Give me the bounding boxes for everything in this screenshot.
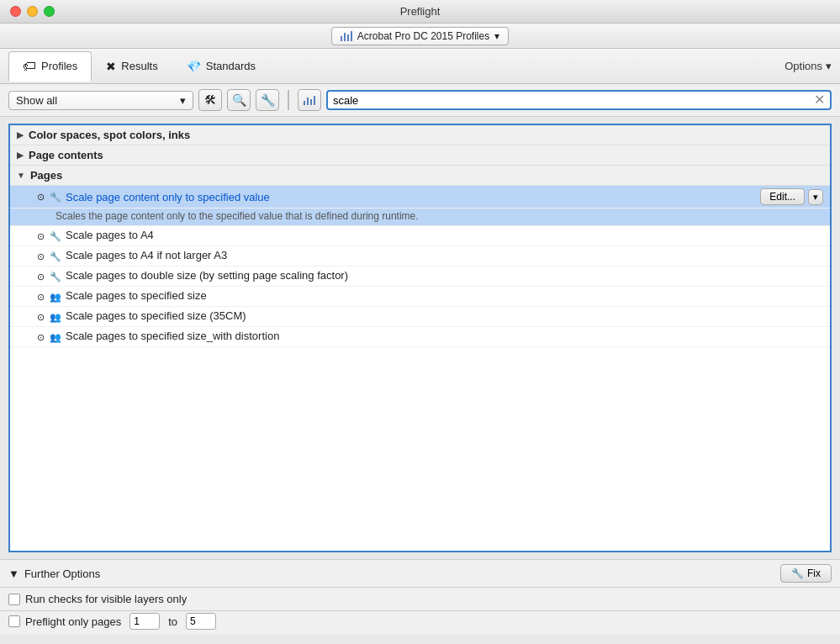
group-page-contents[interactable]: ▶ Page contents: [10, 145, 830, 166]
list-item-2[interactable]: ⊙ 🔧 Scale pages to A4: [10, 226, 830, 246]
options-arrow-icon: ▾: [826, 60, 832, 72]
people-icon-2: 👥: [49, 310, 62, 324]
item-icons-1: ⊙ 🔧: [34, 191, 62, 204]
fix-label: Fix: [807, 567, 821, 579]
wrench-icon: 🔧: [261, 93, 275, 107]
item-icons-7: ⊙ 👥: [34, 330, 62, 344]
tab-standards[interactable]: 💎 Standards: [172, 51, 270, 82]
item-icons-4: ⊙ 🔧: [34, 270, 62, 283]
tab-results[interactable]: ✖ Results: [92, 51, 172, 82]
clear-search-button[interactable]: ✕: [814, 93, 825, 107]
edit-row: Edit... ▾: [760, 188, 823, 205]
further-options-bar: ▼ Further Options 🔧 Fix: [0, 559, 840, 587]
edit-dropdown-button[interactable]: ▾: [808, 189, 823, 205]
filter-dropdown[interactable]: Show all ▾: [8, 91, 193, 110]
tool-button-2[interactable]: 🔍: [227, 89, 251, 111]
item-icons-2: ⊙ 🔧: [34, 230, 62, 243]
checkbox-preflight-pages[interactable]: Preflight only pages: [8, 615, 121, 628]
item-5-label: Scale pages to specified size: [66, 289, 823, 302]
options-button[interactable]: Options ▾: [785, 60, 832, 72]
item-4-label: Scale pages to double size (by setting p…: [66, 269, 823, 282]
item-icons-3: ⊙ 🔧: [34, 250, 62, 263]
tab-profiles-label: Profiles: [41, 60, 77, 72]
toolbar: Show all ▾ 🛠 🔍 🔧 ✕: [0, 84, 840, 117]
group-page-contents-label: Page contents: [29, 149, 103, 161]
chart-button[interactable]: [298, 89, 321, 111]
group-color-spaces[interactable]: ▶ Color spaces, spot colors, inks: [10, 125, 830, 145]
title-bar: Preflight: [0, 0, 840, 24]
wrench-icon-4: 🔧: [49, 270, 62, 283]
tool-icon-1: 🛠: [204, 93, 216, 107]
people-icon: 👥: [49, 290, 62, 304]
profiles-icon: 🏷: [23, 59, 36, 74]
checkbox-visible-layers[interactable]: Run checks for visible layers only: [8, 593, 187, 605]
toolbar-divider: [288, 90, 289, 110]
wrench-icon-3: 🔧: [49, 250, 62, 263]
pages-to-input[interactable]: [186, 613, 216, 630]
bottom-bar-2: Preflight only pages to: [0, 610, 840, 635]
item-6-label: Scale pages to specified size (35CM): [66, 309, 823, 322]
maximize-button[interactable]: [44, 6, 55, 17]
wrench-fix-icon: 🔧: [791, 567, 804, 579]
edit-button[interactable]: Edit...: [760, 188, 805, 205]
search-input[interactable]: [333, 94, 811, 107]
search-icon: 🔍: [232, 93, 246, 107]
further-options-toggle[interactable]: ▼ Further Options: [8, 567, 100, 580]
traffic-lights: [10, 6, 55, 17]
tab-results-label: Results: [121, 60, 157, 72]
pages-to-label: to: [168, 615, 177, 628]
checkbox-preflight-pages-box[interactable]: [8, 615, 20, 627]
triangle-icon: ▶: [17, 130, 24, 140]
profile-dropdown-label: Acrobat Pro DC 2015 Profiles: [357, 30, 489, 42]
bar-chart-icon: [341, 31, 352, 41]
list-item-5[interactable]: ⊙ 👥 Scale pages to specified size: [10, 287, 830, 307]
search-small-icon-7: ⊙: [34, 330, 47, 344]
list-item-7[interactable]: ⊙ 👥 Scale pages to specified size_with d…: [10, 327, 830, 347]
tab-standards-label: Standards: [206, 60, 256, 72]
item-icons-6: ⊙ 👥: [34, 310, 62, 324]
app-header: Acrobat Pro DC 2015 Profiles ▾: [0, 24, 840, 49]
people-icon-3: 👥: [49, 330, 62, 344]
wrench-icon-2: 🔧: [49, 230, 62, 243]
search-input-wrapper: ✕: [326, 90, 832, 110]
item-7-label: Scale pages to specified size_with disto…: [66, 330, 823, 342]
checkbox-visible-layers-label: Run checks for visible layers only: [25, 593, 187, 605]
list-item-6[interactable]: ⊙ 👥 Scale pages to specified size (35CM): [10, 307, 830, 327]
options-label: Options: [785, 60, 822, 72]
triangle-icon-2: ▶: [17, 150, 24, 160]
fix-button[interactable]: 🔧 Fix: [780, 564, 832, 583]
search-small-icon-4: ⊙: [34, 270, 47, 283]
checkbox-preflight-pages-label: Preflight only pages: [25, 615, 121, 628]
group-color-spaces-label: Color spaces, spot colors, inks: [29, 129, 190, 141]
bar-chart-icon-2: [304, 95, 315, 105]
checkbox-visible-layers-box[interactable]: [8, 594, 20, 605]
item-icons-5: ⊙ 👥: [34, 290, 62, 304]
tab-profiles[interactable]: 🏷 Profiles: [8, 51, 92, 82]
close-button[interactable]: [10, 6, 21, 17]
group-pages[interactable]: ▼ Pages: [10, 166, 830, 186]
profile-dropdown[interactable]: Acrobat Pro DC 2015 Profiles ▾: [331, 27, 509, 45]
item-2-label: Scale pages to A4: [66, 229, 823, 241]
list-item-3[interactable]: ⊙ 🔧 Scale pages to A4 if not larger A3: [10, 246, 830, 267]
list-item-1[interactable]: ⊙ 🔧 Scale page content only to specified…: [10, 186, 830, 209]
tool-button-1[interactable]: 🛠: [198, 89, 222, 111]
window-title: Preflight: [400, 5, 441, 18]
search-small-icon-5: ⊙: [34, 290, 47, 304]
filter-label: Show all: [16, 94, 57, 107]
search-small-icon-6: ⊙: [34, 310, 47, 324]
minimize-button[interactable]: [27, 6, 38, 17]
standards-icon: 💎: [187, 60, 201, 73]
bottom-bar: Run checks for visible layers only: [0, 587, 840, 610]
fix-icon: 🔧: [49, 191, 62, 204]
triangle-icon-3: ▼: [17, 171, 25, 180]
tool-button-3[interactable]: 🔧: [256, 89, 279, 111]
results-icon: ✖: [106, 60, 116, 73]
list-item-4[interactable]: ⊙ 🔧 Scale pages to double size (by setti…: [10, 267, 830, 287]
search-small-icon: ⊙: [34, 191, 47, 204]
filter-arrow-icon: ▾: [180, 94, 186, 107]
main-list: ▶ Color spaces, spot colors, inks ▶ Page…: [8, 124, 832, 552]
tabs-bar: 🏷 Profiles ✖ Results 💎 Standards Options…: [0, 49, 840, 84]
pages-from-input[interactable]: [129, 613, 160, 630]
further-options-triangle: ▼: [8, 567, 19, 580]
group-pages-label: Pages: [30, 169, 62, 182]
